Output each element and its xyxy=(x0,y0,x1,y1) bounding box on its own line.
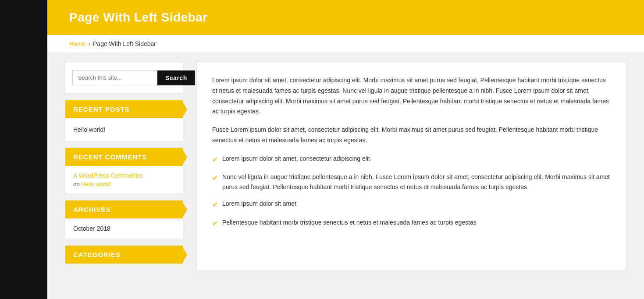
comment-on: on Hello world! xyxy=(73,181,175,187)
breadcrumb-current: Page With Left Sidebar xyxy=(93,40,156,47)
check-icon-3: ✔ xyxy=(212,199,218,211)
checklist-text-3: Lorem ipsum dolor sit amet xyxy=(222,199,296,208)
recent-posts-title: RECENT POSTS xyxy=(65,100,183,118)
breadcrumb: Home › Page With Left Sidebar xyxy=(47,35,644,53)
recent-comments-content: A WordPress Commenter on Hello world! xyxy=(65,166,183,193)
breadcrumb-separator: › xyxy=(88,40,90,47)
page-wrapper: Page With Left Sidebar Home › Page With … xyxy=(0,0,644,299)
dark-left-panel xyxy=(0,0,47,299)
search-button[interactable]: Search xyxy=(157,70,195,85)
recent-comments-widget: RECENT COMMENTS A WordPress Commenter on… xyxy=(65,148,183,194)
breadcrumb-home[interactable]: Home xyxy=(69,40,85,47)
recent-posts-widget: RECENT POSTS Hello world! xyxy=(65,100,183,141)
page-header: Page With Left Sidebar xyxy=(47,0,644,35)
check-icon-2: ✔ xyxy=(212,172,218,184)
body-layout: Search RECENT POSTS Hello world! RECENT … xyxy=(47,53,644,279)
search-widget: Search xyxy=(65,62,183,94)
content-para-2: Fusce Lorem ipsum dolor sit amet, consec… xyxy=(212,125,611,146)
search-input[interactable] xyxy=(72,70,157,85)
check-icon-1: ✔ xyxy=(212,154,218,165)
recent-post-link[interactable]: Hello world! xyxy=(73,124,175,135)
check-icon-4: ✔ xyxy=(212,218,218,229)
recent-posts-content: Hello world! xyxy=(65,118,183,141)
checklist-item-1: ✔ Lorem ipsum dolor sit amet, consectetu… xyxy=(212,154,611,165)
sidebar: Search RECENT POSTS Hello world! RECENT … xyxy=(65,62,183,270)
checklist-item-4: ✔ Pellentesque habitant morbi tristique … xyxy=(212,218,611,229)
comment-author: A WordPress Commenter xyxy=(73,172,175,179)
categories-title: CATEGORIES xyxy=(65,246,183,264)
recent-comments-title: RECENT COMMENTS xyxy=(65,148,183,166)
main-content: Lorem ipsum dolor sit amet, consectetur … xyxy=(196,62,626,270)
archives-title: ARCHIVES xyxy=(65,201,183,218)
archives-widget: ARCHIVES October 2018 xyxy=(65,200,183,239)
checklist-text-1: Lorem ipsum dolor sit amet, consectetur … xyxy=(222,154,370,163)
page-title: Page With Left Sidebar xyxy=(69,11,208,25)
checklist-text-4: Pellentesque habitant morbi tristique se… xyxy=(222,218,477,227)
comment-author-link[interactable]: A WordPress Commenter xyxy=(73,172,142,179)
archives-content: October 2018 xyxy=(65,218,183,239)
checklist: ✔ Lorem ipsum dolor sit amet, consectetu… xyxy=(212,154,611,229)
categories-widget: CATEGORIES xyxy=(65,245,183,264)
comment-on-text: on xyxy=(73,181,79,187)
comment-post-link[interactable]: Hello world! xyxy=(81,181,111,187)
archive-link[interactable]: October 2018 xyxy=(73,225,110,232)
checklist-item-3: ✔ Lorem ipsum dolor sit amet xyxy=(212,199,611,211)
checklist-item-2: ✔ Nunc vel ligula in augue tristique pel… xyxy=(212,172,611,192)
main-container: Page With Left Sidebar Home › Page With … xyxy=(47,0,644,299)
content-para-1: Lorem ipsum dolor sit amet, consectetur … xyxy=(212,75,611,117)
checklist-text-2: Nunc vel ligula in augue tristique pelle… xyxy=(222,172,611,192)
